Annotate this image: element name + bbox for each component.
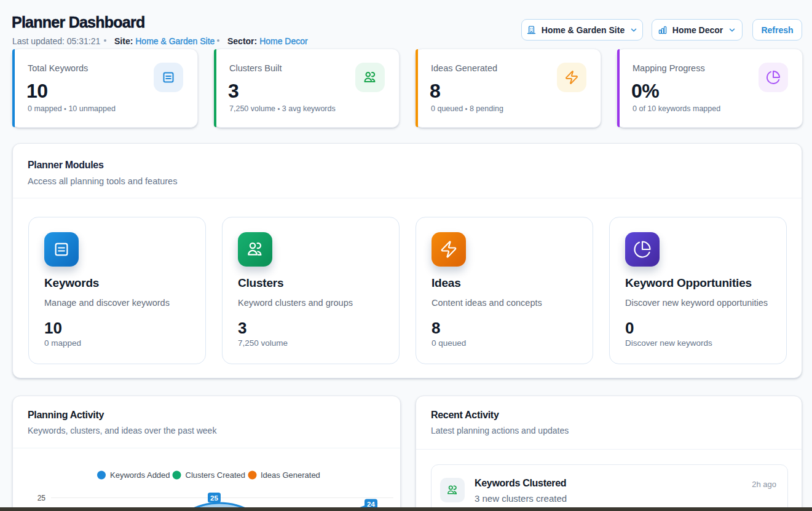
svg-text:Ideas Generated: Ideas Generated: [261, 470, 320, 480]
svg-text:Clusters Created: Clusters Created: [186, 470, 246, 480]
svg-text:25: 25: [37, 494, 46, 502]
svg-text:Keywords Added: Keywords Added: [110, 470, 170, 480]
svg-text:25: 25: [210, 494, 218, 502]
